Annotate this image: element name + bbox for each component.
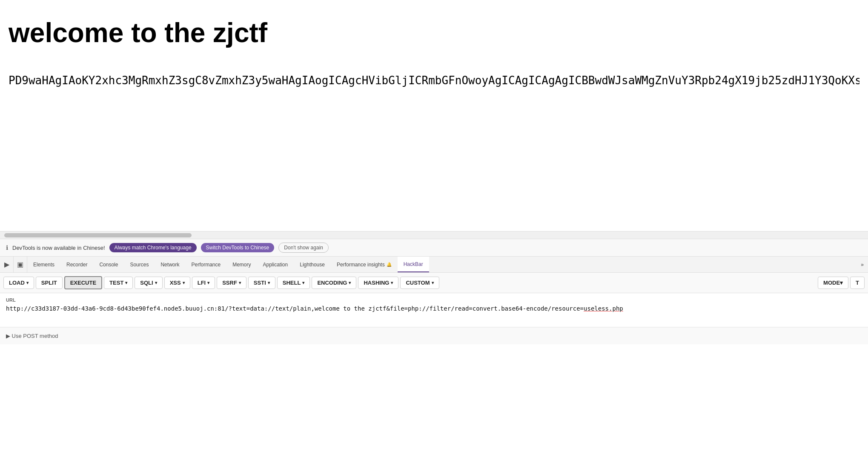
devtools-icon-cursor[interactable]: ▶: [0, 257, 14, 272]
dont-show-again-button[interactable]: Don't show again: [278, 243, 329, 253]
page-content: welcome to the zjctf PD9waHAgIAoKY2xhc3M…: [0, 0, 868, 231]
horizontal-scrollbar[interactable]: [0, 231, 868, 239]
hashing-button[interactable]: HASHING ▾: [358, 277, 398, 289]
encoding-button[interactable]: ENCODING ▾: [312, 277, 356, 289]
hackbar-bottom-bar: ▶ Use POST method: [0, 327, 868, 344]
overflow-button[interactable]: T: [850, 277, 865, 289]
tabs-spacer: [429, 257, 857, 272]
match-language-button[interactable]: Always match Chrome's language: [109, 243, 197, 252]
scrollbar-thumb[interactable]: [4, 233, 192, 237]
load-dropdown-arrow: ▾: [26, 280, 29, 285]
url-label: URL: [6, 297, 862, 303]
tab-lighthouse[interactable]: Lighthouse: [294, 257, 331, 272]
performance-insights-badge: 🔔: [387, 262, 392, 267]
custom-dropdown-arrow: ▾: [432, 280, 434, 285]
test-button[interactable]: TEST ▾: [104, 277, 133, 289]
sqli-button[interactable]: SQLI ▾: [135, 277, 162, 289]
page-encoded-text: PD9waHAgIAoKY2xhc3MgRmxhZ3sgC8vZmxhZ3y5w…: [9, 74, 859, 87]
lfi-dropdown-arrow: ▾: [207, 280, 209, 285]
url-underline-part: useless.php: [584, 305, 623, 312]
tab-network[interactable]: Network: [155, 257, 185, 272]
xss-button[interactable]: XSS ▾: [164, 277, 190, 289]
devtools-tabs-bar: ▶ ▣ Elements Recorder Console Sources Ne…: [0, 257, 868, 273]
tab-performance[interactable]: Performance: [185, 257, 226, 272]
xss-dropdown-arrow: ▾: [183, 280, 185, 285]
load-button[interactable]: LOAD ▾: [3, 277, 34, 289]
shell-button[interactable]: SHELL ▾: [277, 277, 310, 289]
tab-console[interactable]: Console: [93, 257, 124, 272]
sqli-dropdown-arrow: ▾: [155, 280, 157, 285]
tab-recorder[interactable]: Recorder: [60, 257, 93, 272]
encoding-dropdown-arrow: ▾: [349, 280, 351, 285]
test-dropdown-arrow: ▾: [125, 280, 127, 285]
ssti-button[interactable]: SSTI ▾: [248, 277, 275, 289]
switch-devtools-button[interactable]: Switch DevTools to Chinese: [201, 243, 275, 252]
tab-memory[interactable]: Memory: [226, 257, 257, 272]
devtools-notification-bar: ℹ DevTools is now available in Chinese! …: [0, 239, 868, 257]
info-icon: ℹ: [6, 244, 8, 251]
bottom-text: ▶ Use POST method: [6, 333, 58, 339]
custom-button[interactable]: CUSTOM ▾: [400, 277, 439, 289]
url-value[interactable]: http://c33d3187-03dd-43a6-9cd8-6d43be90f…: [6, 304, 862, 313]
lfi-button[interactable]: LFI ▾: [192, 277, 215, 289]
devtools-icon-device[interactable]: ▣: [14, 257, 27, 272]
ssrf-button[interactable]: SSRF ▾: [217, 277, 246, 289]
tab-application[interactable]: Application: [257, 257, 294, 272]
execute-button[interactable]: EXECUTE: [64, 276, 102, 289]
ssrf-dropdown-arrow: ▾: [239, 280, 241, 285]
tab-sources[interactable]: Sources: [124, 257, 155, 272]
mode-dropdown-arrow: ▾: [840, 280, 843, 286]
tab-elements[interactable]: Elements: [27, 257, 60, 272]
tab-hackbar[interactable]: HackBar: [398, 257, 429, 272]
notification-text: DevTools is now available in Chinese!: [12, 245, 105, 251]
shell-dropdown-arrow: ▾: [302, 280, 304, 285]
tab-performance-insights[interactable]: Performance insights 🔔: [331, 257, 398, 272]
hackbar-toolbar: LOAD ▾ SPLIT EXECUTE TEST ▾ SQLI ▾ XSS ▾…: [0, 273, 868, 293]
url-section: URL http://c33d3187-03dd-43a6-9cd8-6d43b…: [0, 293, 868, 327]
hashing-dropdown-arrow: ▾: [391, 280, 393, 285]
split-button[interactable]: SPLIT: [36, 277, 63, 289]
tab-overflow-button[interactable]: »: [857, 257, 868, 272]
mode-button[interactable]: MODE ▾: [818, 277, 848, 289]
ssti-dropdown-arrow: ▾: [268, 280, 270, 285]
page-title: welcome to the zjctf: [9, 17, 859, 49]
